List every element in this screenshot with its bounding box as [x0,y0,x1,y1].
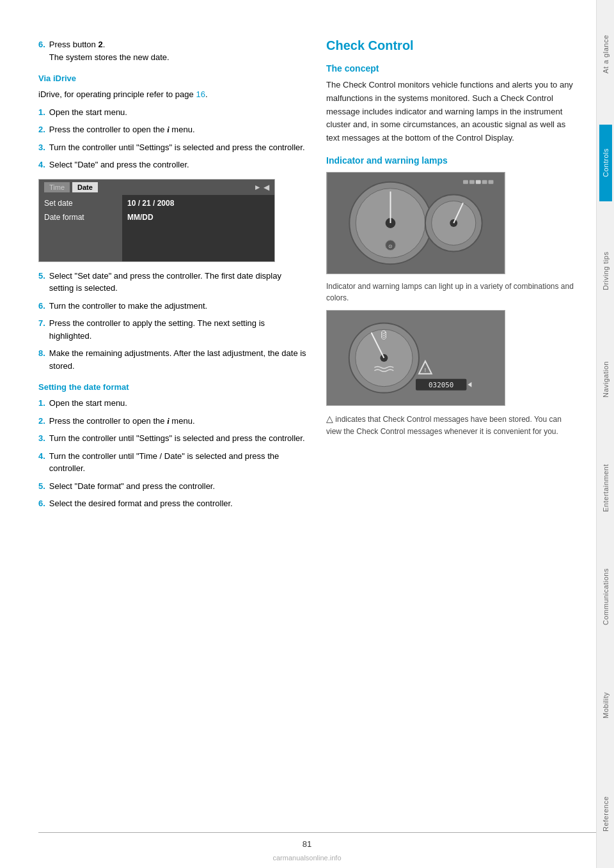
warning-caption-text: indicates that Check Control messages ha… [326,415,562,436]
screen-labels: Set date Date format [39,195,122,261]
svg-rect-13 [476,180,481,184]
step-num-1a: 1. [38,106,45,119]
step-num-7b: 7. [38,317,45,342]
svg-rect-11 [463,180,468,184]
page-container: 6. Press button 2. The system stores the… [0,0,614,868]
date-format-heading: Setting the date format [38,382,307,392]
right-column: Check Control The concept The Check Cont… [326,38,577,842]
i-menu-icon-2: i [167,416,169,426]
step-text-f4: Turn the controller until "Time / Date" … [49,450,307,475]
i-menu-icon: i [167,125,169,134]
screen-values: 10 / 21 / 2008 MM/DD [122,195,274,261]
step-num-6b: 6. [38,300,45,313]
concept-heading: The concept [326,63,577,74]
indicator-lamps-heading: Indicator and warning lamps [326,155,577,166]
sidebar-item-driving-tips[interactable]: Driving tips [599,233,612,309]
step-6-subtext: The system stores the new date. [49,52,169,62]
check-control-title: Check Control [326,38,577,53]
svg-text:!: ! [425,366,427,373]
left-column: 6. Press button 2. The system stores the… [38,38,307,842]
svg-text:🛢: 🛢 [379,330,389,341]
screen-label-1: Date format [44,213,117,222]
step-text-f2: Press the controller to open the i menu. [49,415,307,428]
step-text-f5: Select "Date format" and press the contr… [49,480,307,493]
step-num-4a: 4. [38,159,45,171]
step-6-text: Press button 2. The system stores the ne… [49,38,307,63]
concept-text: The Check Control monitors vehicle funct… [326,79,577,145]
sidebar-item-controls[interactable]: Controls [599,125,612,201]
step-text-f3: Turn the controller until "Settings" is … [49,432,307,445]
svg-text:032050: 032050 [429,381,453,389]
idrive-intro: iDrive, for operating principle refer to… [38,88,307,101]
main-content: 6. Press button 2. The system stores the… [0,0,596,868]
warning-caption: △ indicates that Check Control messages … [326,412,577,437]
watermark: carmanualsonline.info [272,854,341,862]
svg-rect-15 [489,180,494,184]
step-num-f4: 4. [38,450,45,475]
step-text-6b: Turn the controller to make the adjustme… [49,300,307,313]
sidebar-item-navigation[interactable]: Navigation [599,341,612,418]
step-text-f1: Open the start menu. [49,397,307,410]
button-2-label: 2 [98,40,102,49]
svg-text:⊙: ⊙ [388,243,393,249]
format-step-3: 3. Turn the controller until "Settings" … [38,432,307,445]
screen-tab-time: Time [44,182,70,192]
idrive-screen: Time Date ► ◀ Set date Date format 10 / … [38,179,275,262]
svg-rect-12 [469,180,475,184]
after-step-8: 8. Make the remaining adjustments. After… [38,347,307,372]
step-text-2a: Press the controller to open the i menu. [49,123,307,136]
step-num-f1: 1. [38,397,45,410]
step-text-8b: Make the remaining adjustments. After th… [49,347,307,372]
sidebar-item-reference[interactable]: Reference [599,775,612,852]
idrive-intro-text: iDrive, for operating principle refer to… [38,88,307,101]
format-step-4: 4. Turn the controller until "Time / Dat… [38,450,307,475]
step-text-4a: Select "Date" and press the controller. [49,159,307,171]
screen-value-0: 10 / 21 / 2008 [127,199,269,208]
step-text-7b: Press the controller to apply the settin… [49,317,307,342]
step-num-f3: 3. [38,432,45,445]
screen-nav-arrows: ► ◀ [254,183,269,192]
screen-body: Set date Date format 10 / 21 / 2008 MM/D… [39,195,274,261]
after-step-7: 7. Press the controller to apply the set… [38,317,307,342]
page-divider [38,832,596,833]
step-num-8b: 8. [38,347,45,372]
step-text-f6: Select the desired format and press the … [49,497,307,510]
screen-value-1: MM/DD [127,213,269,222]
sidebar-item-entertainment[interactable]: Entertainment [599,450,612,527]
step-text-5b: Select "Set date" and press the controll… [49,270,307,295]
page-16-link[interactable]: 16 [196,89,205,99]
via-idrive-heading: Via iDrive [38,74,307,83]
indicator-caption: Indicator and warning lamps can light up… [326,281,577,304]
page-number: 81 [303,839,311,849]
format-step-6: 6. Select the desired format and press t… [38,497,307,510]
sidebar: At a glance Controls Driving tips Naviga… [596,0,614,868]
instrument-cluster-image-2: 🛢 ! 032050 [326,310,505,406]
after-step-5: 5. Select "Set date" and press the contr… [38,270,307,295]
idrive-step-1: 1. Open the start menu. [38,106,307,119]
idrive-step-3: 3. Turn the controller until "Settings" … [38,141,307,154]
instrument-cluster-image-1: ⊙ [326,172,505,274]
step-number-6: 6. [38,38,45,63]
step-num-f6: 6. [38,497,45,510]
format-step-2: 2. Press the controller to open the i me… [38,415,307,428]
format-step-5: 5. Select "Date format" and press the co… [38,480,307,493]
svg-rect-14 [482,180,487,184]
after-step-6: 6. Turn the controller to make the adjus… [38,300,307,313]
step-6-intro: 6. Press button 2. The system stores the… [38,38,307,63]
warning-triangle-icon: △ [326,414,333,424]
svg-point-19 [380,354,388,362]
sidebar-item-communications[interactable]: Communications [599,559,612,635]
step-num-5b: 5. [38,270,45,295]
step-text-1a: Open the start menu. [49,106,307,119]
screen-header: Time Date ► ◀ [39,180,274,195]
step-num-f5: 5. [38,480,45,493]
screen-tab-date: Date [72,182,98,192]
step-num-2a: 2. [38,123,45,136]
format-step-1: 1. Open the start menu. [38,397,307,410]
screen-label-0: Set date [44,199,117,208]
sidebar-item-mobility[interactable]: Mobility [599,667,612,743]
step-num-f2: 2. [38,415,45,428]
step-text-3a: Turn the controller until "Settings" is … [49,141,307,154]
sidebar-item-at-a-glance[interactable]: At a glance [599,16,612,93]
step-num-3a: 3. [38,141,45,154]
